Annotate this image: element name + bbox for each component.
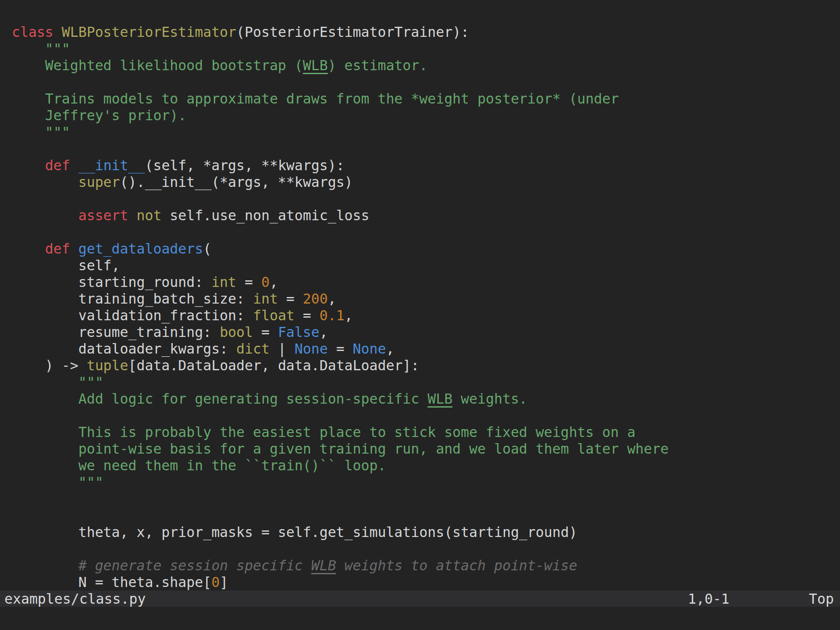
code-token-df: resume_training: [12, 324, 220, 340]
code-token-fn: get_dataloaders [78, 241, 203, 257]
code-line[interactable]: ) -> tuple[data.DataLoader, data.DataLoa… [12, 357, 840, 374]
code-line[interactable]: starting_round: int = 0, [12, 274, 840, 290]
code-line[interactable]: def get_dataloaders( [12, 240, 840, 257]
code-token-str: """ [12, 374, 103, 390]
vim-window: class WLBPosteriorEstimator(PosteriorEst… [0, 0, 840, 630]
code-token-num: 0 [261, 274, 270, 290]
code-line[interactable]: Add logic for generating session-specifi… [12, 390, 840, 407]
code-token-df: (PosteriorEstimatorTrainer): [236, 24, 469, 40]
code-token-ty: tuple [87, 358, 128, 373]
code-line[interactable]: theta, x, prior_masks = self.get_simulat… [12, 524, 840, 541]
code-token-fn: __init__ [78, 158, 145, 173]
code-token-df: , [345, 308, 353, 323]
code-line[interactable]: resume_training: bool = False, [12, 324, 840, 340]
code-token-kw: def [45, 158, 70, 173]
code-token-df: | [270, 341, 295, 357]
code-line[interactable] [12, 190, 840, 207]
code-token-df [12, 158, 45, 173]
code-token-df: = [328, 341, 353, 357]
code-token-df: ().__init__(*args, **kwargs) [120, 174, 353, 190]
code-token-com: weights to attach point-wise [336, 558, 577, 573]
code-token-ty: int [211, 274, 236, 290]
code-token-df [12, 174, 78, 190]
code-line[interactable]: Weighted likelihood bootstrap (WLB) esti… [12, 57, 840, 74]
code-token-comU: WLB [311, 558, 336, 573]
code-token-num: 200 [303, 291, 328, 307]
code-token-df: N = theta.shape[ [12, 574, 211, 590]
code-token-df: starting_round: [12, 274, 211, 290]
code-line[interactable]: Trains models to approximate draws from … [12, 90, 840, 107]
code-token-df: ) -> [12, 358, 87, 373]
code-token-strU: WLB [303, 57, 328, 73]
code-token-df: (self, *args, **kwargs): [145, 158, 344, 173]
code-line[interactable] [12, 74, 840, 90]
code-token-str: we need them in the ``train()`` loop. [12, 458, 386, 473]
code-line[interactable]: def __init__(self, *args, **kwargs): [12, 157, 840, 174]
code-line[interactable]: training_batch_size: int = 200, [12, 290, 840, 307]
code-token-df: [data.DataLoader, data.DataLoader]: [128, 358, 420, 373]
code-line[interactable]: point-wise basis for a given training ru… [12, 440, 840, 457]
code-line[interactable]: class WLBPosteriorEstimator(PosteriorEst… [12, 24, 840, 40]
code-line[interactable] [12, 140, 840, 157]
code-line[interactable]: validation_fraction: float = 0.1, [12, 307, 840, 324]
code-line[interactable]: """ [12, 40, 840, 57]
scroll-position-indicator: Top [809, 591, 834, 607]
code-token-kw: assert [78, 208, 128, 223]
code-line[interactable] [12, 490, 840, 507]
code-token-df: = [295, 308, 320, 323]
code-line[interactable]: Jeffrey's prior). [12, 107, 840, 124]
code-line[interactable]: self, [12, 257, 840, 274]
code-line[interactable] [12, 224, 840, 240]
code-token-ty: super [78, 174, 120, 190]
code-token-df [12, 208, 78, 223]
code-line[interactable]: assert not self.use_non_atomic_loss [12, 207, 840, 224]
code-token-df: , [328, 291, 336, 307]
code-token-df: ] [220, 574, 228, 590]
code-token-blue: False [278, 324, 320, 340]
code-token-df: theta, x, prior_masks = self.get_simulat… [12, 524, 577, 540]
code-token-df [53, 24, 62, 40]
cursor-position: 1,0-1 [688, 591, 730, 607]
code-line[interactable]: we need them in the ``train()`` loop. [12, 457, 840, 474]
code-token-str: Jeffrey's prior). [12, 107, 186, 123]
code-area[interactable]: class WLBPosteriorEstimator(PosteriorEst… [0, 0, 840, 591]
code-token-df: = [253, 324, 278, 340]
code-token-df: , [320, 324, 328, 340]
code-token-str: ) estimator. [328, 57, 428, 73]
code-token-ty: float [253, 308, 295, 323]
code-token-str: point-wise basis for a given training ru… [12, 441, 669, 457]
code-token-str: """ [12, 41, 70, 57]
code-line[interactable]: """ [12, 124, 840, 140]
code-line[interactable]: # generate session specific WLB weights … [12, 557, 840, 574]
command-line[interactable] [0, 607, 840, 630]
code-token-blue: None [295, 341, 328, 357]
code-token-df [70, 241, 78, 257]
code-token-df [70, 158, 78, 173]
code-token-blue: None [353, 341, 386, 357]
code-line[interactable] [12, 541, 840, 557]
code-token-df [12, 241, 45, 257]
code-line[interactable]: """ [12, 474, 840, 490]
code-line[interactable]: dataloader_kwargs: dict | None = None, [12, 340, 840, 357]
code-line[interactable]: super().__init__(*args, **kwargs) [12, 174, 840, 190]
code-token-df [128, 208, 137, 223]
code-token-kw: class [12, 24, 53, 40]
code-token-strU: WLB [427, 391, 452, 407]
code-line[interactable]: N = theta.shape[0] [12, 574, 840, 591]
code-token-str: weights. [452, 391, 527, 407]
code-token-com: # generate session specific [12, 558, 311, 573]
code-token-num: 0 [211, 574, 220, 590]
code-token-df: dataloader_kwargs: [12, 341, 236, 357]
code-line[interactable]: This is probably the easiest place to st… [12, 424, 840, 440]
code-line[interactable] [12, 407, 840, 424]
code-token-df: ( [203, 241, 211, 257]
code-token-df: , [270, 274, 278, 290]
status-bar: examples/class.py 1,0-1 Top [0, 591, 840, 607]
code-token-ty: not [136, 208, 161, 223]
code-token-df: , [386, 341, 394, 357]
code-token-str: """ [12, 474, 103, 490]
code-line[interactable]: """ [12, 374, 840, 390]
code-token-str: """ [12, 124, 70, 140]
code-token-kw: def [45, 241, 70, 257]
code-line[interactable] [12, 507, 840, 524]
